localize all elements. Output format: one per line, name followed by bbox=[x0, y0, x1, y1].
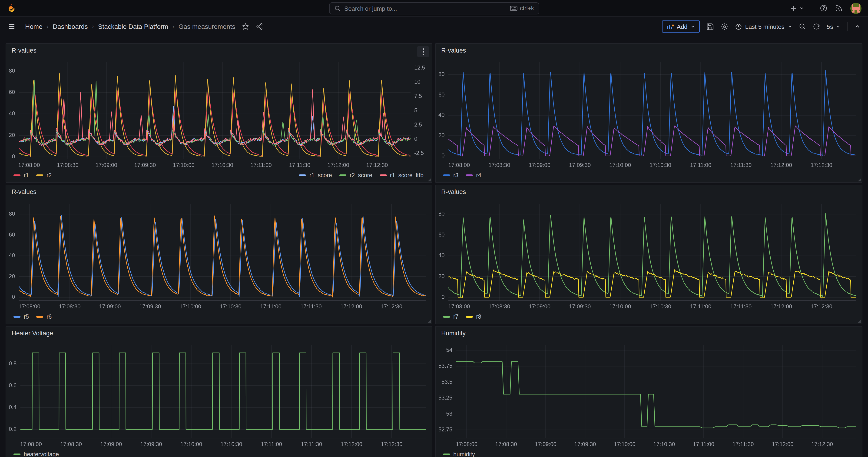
legend-label: r2_score bbox=[350, 172, 372, 179]
save-dashboard-button[interactable] bbox=[706, 23, 714, 30]
chart-canvas[interactable] bbox=[436, 340, 862, 449]
share-icon bbox=[256, 23, 263, 30]
legend-swatch bbox=[380, 175, 386, 176]
zoom-out-icon bbox=[799, 23, 806, 30]
panel-title[interactable]: R-values bbox=[11, 47, 36, 54]
clock-icon bbox=[735, 23, 742, 30]
avatar-pixel bbox=[860, 11, 862, 12]
plus-icon bbox=[790, 4, 797, 12]
panel-resize-handle[interactable] bbox=[428, 319, 431, 323]
legend-swatch bbox=[466, 175, 473, 176]
share-button[interactable] bbox=[256, 23, 263, 30]
panel-resize-handle[interactable] bbox=[858, 319, 861, 323]
dashboard-settings-button[interactable] bbox=[720, 23, 728, 30]
panel-title[interactable]: R-values bbox=[441, 188, 466, 195]
chart-canvas[interactable] bbox=[6, 340, 432, 449]
grafana-logo-icon[interactable] bbox=[6, 3, 17, 13]
avatar-pixel bbox=[850, 12, 852, 14]
refresh-icon bbox=[813, 23, 820, 30]
chevron-up-icon bbox=[854, 23, 861, 30]
legend: heatervoltage bbox=[6, 449, 432, 457]
breadcrumb-folder[interactable]: Stackable Data Platform bbox=[98, 23, 168, 30]
chevron-down-icon bbox=[690, 24, 695, 29]
new-menu-button[interactable] bbox=[790, 4, 804, 12]
legend-swatch bbox=[36, 175, 43, 176]
panel-resize-handle[interactable] bbox=[858, 178, 861, 181]
legend-swatch bbox=[443, 175, 450, 176]
legend-label: humidity bbox=[453, 451, 475, 457]
save-icon bbox=[706, 23, 714, 30]
legend-item-heatervoltage[interactable]: heatervoltage bbox=[13, 451, 59, 457]
legend-item-r1_score[interactable]: r1_score bbox=[299, 172, 332, 179]
chevron-down-icon bbox=[836, 24, 841, 29]
breadcrumb-current: Gas measurements bbox=[179, 23, 235, 30]
breadcrumb-home[interactable]: Home bbox=[25, 23, 42, 30]
legend-label: r7 bbox=[453, 313, 458, 320]
news-button[interactable] bbox=[835, 4, 843, 12]
legend-swatch bbox=[466, 316, 473, 318]
avatar-pixel bbox=[860, 3, 862, 4]
legend-label: r6 bbox=[46, 313, 52, 320]
panel-title[interactable]: R-values bbox=[11, 188, 36, 195]
legend-label: r1 bbox=[24, 172, 29, 179]
avatar[interactable] bbox=[850, 3, 862, 14]
breadcrumb: Home › Dashboards › Stackable Data Platf… bbox=[25, 23, 235, 30]
add-panel-button[interactable]: Add bbox=[662, 21, 700, 33]
hamburger-icon bbox=[7, 22, 16, 31]
refresh-button[interactable] bbox=[813, 23, 820, 30]
legend-swatch bbox=[13, 316, 21, 318]
panel-humidity: Humidityhumidity bbox=[435, 326, 862, 457]
legend-item-r8[interactable]: r8 bbox=[466, 313, 481, 320]
mega-menu-button[interactable] bbox=[7, 22, 16, 31]
favorite-button[interactable] bbox=[242, 23, 249, 30]
gear-icon bbox=[720, 23, 728, 30]
legend-item-r4[interactable]: r4 bbox=[466, 172, 481, 179]
panel-title[interactable]: R-values bbox=[441, 47, 466, 54]
chevron-down-icon bbox=[799, 6, 804, 11]
rss-icon bbox=[835, 4, 843, 12]
legend-swatch bbox=[339, 175, 346, 176]
legend-item-r6[interactable]: r6 bbox=[36, 313, 52, 320]
legend-item-r3[interactable]: r3 bbox=[443, 172, 458, 179]
legend-label: r2 bbox=[46, 172, 52, 179]
search-shortcut: ctrl+k bbox=[510, 5, 534, 12]
legend: r1r2r1_scorer2_scorer1_score_lttb bbox=[6, 170, 432, 182]
legend-item-r1[interactable]: r1 bbox=[13, 172, 29, 179]
collapse-toolbar-button[interactable] bbox=[854, 23, 861, 30]
chart-canvas[interactable] bbox=[436, 57, 862, 170]
help-button[interactable] bbox=[820, 4, 828, 12]
legend-item-r5[interactable]: r5 bbox=[13, 313, 29, 320]
panel-title[interactable]: Humidity bbox=[441, 330, 466, 337]
legend-swatch bbox=[36, 316, 43, 318]
legend-swatch bbox=[13, 175, 21, 176]
toolbar-divider bbox=[847, 22, 847, 31]
search-input[interactable] bbox=[344, 5, 506, 12]
add-panel-icon bbox=[666, 23, 674, 30]
chart-canvas[interactable] bbox=[6, 198, 432, 312]
nav-divider bbox=[812, 3, 812, 13]
panel-menu-button[interactable] bbox=[417, 46, 429, 57]
legend: r3r4 bbox=[436, 170, 862, 182]
legend-swatch bbox=[443, 454, 450, 455]
breadcrumb-dashboards[interactable]: Dashboards bbox=[53, 23, 88, 30]
chart-canvas[interactable] bbox=[6, 57, 432, 170]
star-icon bbox=[242, 23, 249, 30]
legend-item-humidity[interactable]: humidity bbox=[443, 451, 475, 457]
legend: humidity bbox=[436, 449, 862, 457]
panel-title[interactable]: Heater Voltage bbox=[11, 330, 53, 337]
dashboard-toolbar: Home › Dashboards › Stackable Data Platf… bbox=[0, 17, 868, 36]
legend-swatch bbox=[13, 454, 21, 455]
legend-item-r1_score_lttb[interactable]: r1_score_lttb bbox=[380, 172, 424, 179]
panel-resize-handle[interactable] bbox=[428, 178, 431, 181]
breadcrumb-separator: › bbox=[173, 23, 174, 30]
legend-item-r7[interactable]: r7 bbox=[443, 313, 458, 320]
chevron-down-icon bbox=[788, 24, 793, 29]
refresh-interval-picker[interactable]: 5s bbox=[827, 23, 841, 30]
zoom-out-button[interactable] bbox=[799, 23, 806, 30]
time-range-picker[interactable]: Last 5 minutes bbox=[735, 23, 792, 30]
global-search[interactable]: ctrl+k bbox=[329, 2, 539, 14]
legend-item-r2[interactable]: r2 bbox=[36, 172, 52, 179]
legend-item-r2_score[interactable]: r2_score bbox=[339, 172, 372, 179]
legend-label: heatervoltage bbox=[24, 451, 59, 457]
chart-canvas[interactable] bbox=[436, 198, 862, 312]
